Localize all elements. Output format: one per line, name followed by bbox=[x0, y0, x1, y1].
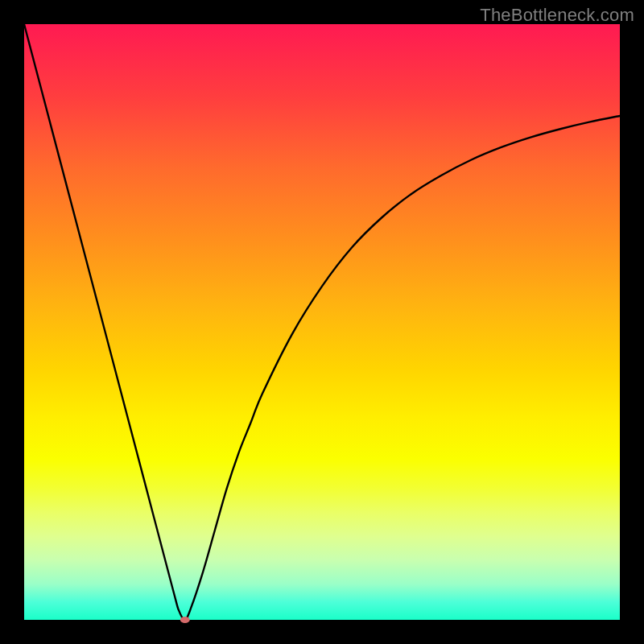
minimum-marker bbox=[180, 617, 190, 623]
plot-area bbox=[24, 24, 620, 620]
watermark-label: TheBottleneck.com bbox=[480, 5, 634, 26]
chart-svg bbox=[24, 24, 620, 620]
curve-path bbox=[24, 24, 620, 620]
chart-frame: TheBottleneck.com bbox=[0, 0, 644, 644]
